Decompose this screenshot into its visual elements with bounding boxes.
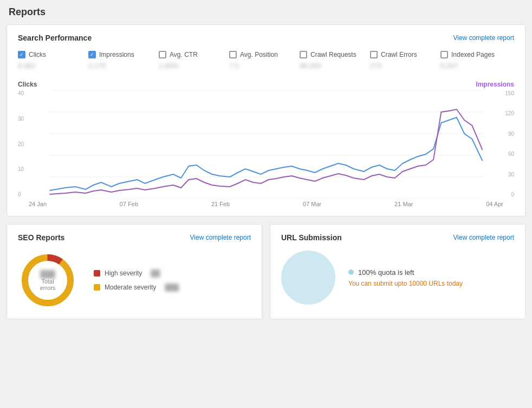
crawl-errors-value: 275 xyxy=(370,62,382,70)
avg-ctr-label: Avg. CTR xyxy=(170,51,198,58)
url-submission-card: URL Submission View complete report 100%… xyxy=(270,224,525,319)
url-quota-dot xyxy=(348,269,354,275)
url-quota-label: 100% quota is left xyxy=(358,268,414,277)
page-title: Reports xyxy=(7,6,525,18)
metric-crawl-requests: Crawl Requests 98,200 xyxy=(300,51,359,70)
impressions-label: Impressions xyxy=(99,51,134,58)
donut-chart: ███ Total errors xyxy=(18,251,77,310)
high-severity-value: ██ xyxy=(151,269,160,277)
url-quota-row: 100% quota is left xyxy=(348,268,463,277)
x-label-4: 07 Mar xyxy=(303,201,321,207)
chart-left-label: Clicks xyxy=(18,81,37,88)
url-submission-title: URL Submission xyxy=(281,233,342,242)
avg-ctr-checkbox[interactable] xyxy=(159,51,166,58)
avg-ctr-value: 1.60% xyxy=(159,62,179,70)
clicks-checkbox-label[interactable]: Clicks xyxy=(18,51,46,58)
indexed-pages-label: Indexed Pages xyxy=(451,51,495,58)
url-info: 100% quota is left You can submit upto 1… xyxy=(348,268,463,287)
high-severity-dot xyxy=(94,270,100,277)
seo-reports-title: SEO Reports xyxy=(18,233,64,242)
avg-position-label: Avg. Position xyxy=(240,51,278,58)
avg-position-checkbox-label[interactable]: Avg. Position xyxy=(229,51,278,58)
chart-svg xyxy=(18,90,514,199)
chart-axis-labels: Clicks Impressions xyxy=(18,81,514,88)
search-performance-card: Search Performance View complete report … xyxy=(7,24,525,216)
clicks-value: 8,462 xyxy=(18,62,36,70)
metric-impressions: Impressions 2,176 xyxy=(88,51,148,70)
donut-text: Total errors xyxy=(33,278,63,291)
chart-x-labels: 24 Jan 07 Feb 21 Feb 07 Mar 21 Mar 04 Ap… xyxy=(18,201,514,207)
crawl-requests-value: 98,200 xyxy=(300,62,321,70)
seo-reports-card: SEO Reports View complete report ███ Tot… xyxy=(7,224,262,319)
impressions-checkbox-label[interactable]: Impressions xyxy=(88,51,134,58)
moderate-severity-dot xyxy=(94,284,100,291)
search-performance-header: Search Performance View complete report xyxy=(18,34,514,42)
legend-high: High severity ██ xyxy=(94,269,179,277)
crawl-requests-label: Crawl Requests xyxy=(310,51,356,58)
chart-container: Clicks Impressions 40 30 20 10 0 150 120… xyxy=(18,81,514,207)
metric-avg-position: Avg. Position 7.5 xyxy=(229,51,289,70)
indexed-pages-checkbox-label[interactable]: Indexed Pages xyxy=(440,51,495,58)
crawl-errors-label: Crawl Errors xyxy=(381,51,417,58)
impressions-checkbox[interactable] xyxy=(88,51,96,58)
clicks-label: Clicks xyxy=(29,51,46,58)
avg-position-checkbox[interactable] xyxy=(229,51,237,58)
metric-crawl-errors: Crawl Errors 275 xyxy=(370,51,430,70)
crawl-errors-checkbox-label[interactable]: Crawl Errors xyxy=(370,51,417,58)
metric-indexed-pages: Indexed Pages 8,207 xyxy=(440,51,500,70)
metric-clicks: Clicks 8,462 xyxy=(18,51,77,70)
x-label-1: 24 Jan xyxy=(29,201,47,207)
chart-area: 40 30 20 10 0 150 120 90 60 30 0 xyxy=(18,90,514,199)
url-content: 100% quota is left You can submit upto 1… xyxy=(281,251,514,305)
crawl-errors-checkbox[interactable] xyxy=(370,51,378,58)
crawl-requests-checkbox[interactable] xyxy=(300,51,307,58)
avg-ctr-checkbox-label[interactable]: Avg. CTR xyxy=(159,51,198,58)
y-axis-right: 150 120 90 60 30 0 xyxy=(498,90,514,199)
bottom-row: SEO Reports View complete report ███ Tot… xyxy=(7,224,525,319)
x-label-5: 21 Mar xyxy=(394,201,413,207)
donut-value: ███ xyxy=(33,270,63,278)
metrics-row: Clicks 8,462 Impressions 2,176 Avg. CTR … xyxy=(18,51,514,70)
search-performance-view-report[interactable]: View complete report xyxy=(453,34,515,42)
metric-avg-ctr: Avg. CTR 1.60% xyxy=(159,51,218,70)
moderate-severity-value: ███ xyxy=(165,284,179,291)
seo-reports-header: SEO Reports View complete report xyxy=(18,233,251,242)
url-submission-view-report[interactable]: View complete report xyxy=(453,234,515,241)
x-label-6: 04 Apr xyxy=(486,201,503,207)
search-performance-title: Search Performance xyxy=(18,34,92,42)
url-submission-header: URL Submission View complete report xyxy=(281,233,514,242)
donut-label: ███ Total errors xyxy=(33,270,63,291)
legend-items: High severity ██ Moderate severity ███ xyxy=(94,269,179,291)
avg-position-value: 7.5 xyxy=(229,62,239,70)
seo-reports-view-report[interactable]: View complete report xyxy=(190,234,251,241)
clicks-checkbox[interactable] xyxy=(18,51,25,58)
y-axis-left: 40 30 20 10 0 xyxy=(18,90,31,199)
impressions-value: 2,176 xyxy=(88,62,106,70)
moderate-severity-label: Moderate severity xyxy=(105,284,156,291)
indexed-pages-value: 8,207 xyxy=(440,62,458,70)
indexed-pages-checkbox[interactable] xyxy=(440,51,448,58)
seo-content: ███ Total errors High severity ██ Modera… xyxy=(18,251,251,310)
legend-moderate: Moderate severity ███ xyxy=(94,284,179,291)
chart-right-label: Impressions xyxy=(476,81,514,88)
high-severity-label: High severity xyxy=(105,269,142,277)
x-label-3: 21 Feb xyxy=(211,201,230,207)
url-sub-text: You can submit upto 10000 URLs today xyxy=(348,280,463,287)
x-label-2: 07 Feb xyxy=(120,201,138,207)
url-quota-circle xyxy=(281,251,335,305)
crawl-requests-checkbox-label[interactable]: Crawl Requests xyxy=(300,51,356,58)
